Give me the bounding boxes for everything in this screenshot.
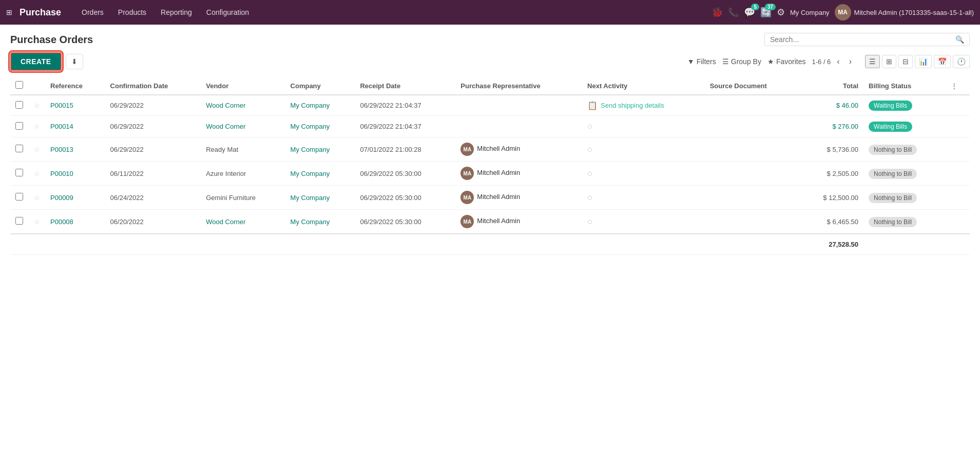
create-button[interactable]: CREATE <box>10 52 62 71</box>
row-ref-5[interactable]: P00008 <box>45 210 105 234</box>
row-vendor-5[interactable]: Wood Corner <box>201 210 285 234</box>
row-company-5[interactable]: My Company <box>285 210 355 234</box>
col-vendor[interactable]: Vendor <box>201 77 285 95</box>
row-total-0: $ 46.00 <box>799 95 863 116</box>
row-company-1[interactable]: My Company <box>285 116 355 137</box>
row-star-1[interactable]: ☆ <box>29 116 45 137</box>
user-menu[interactable]: MA Mitchell Admin (17013335-saas-15-1-al… <box>835 4 974 21</box>
list-view-button[interactable]: ☰ <box>865 55 880 68</box>
filters-button[interactable]: ▼ Filters <box>687 57 716 66</box>
row-activity-0: 📋Send shipping details <box>582 95 705 116</box>
company-name[interactable]: My Company <box>790 9 830 16</box>
row-star-2[interactable]: ☆ <box>29 137 45 162</box>
search-input[interactable] <box>770 35 955 44</box>
row-star-0[interactable]: ☆ <box>29 95 45 116</box>
col-billing-status[interactable]: Billing Status <box>863 77 946 95</box>
col-receipt-date[interactable]: Receipt Date <box>355 77 455 95</box>
rep-avatar-4: MA <box>460 191 474 204</box>
row-conf-date-2: 06/29/2022 <box>105 137 201 162</box>
col-more[interactable]: ⋮ <box>946 77 970 95</box>
table-row: ☆P0001006/11/2022Azure InteriorMy Compan… <box>10 162 970 186</box>
row-checkbox-2[interactable] <box>10 137 29 162</box>
row-star-4[interactable]: ☆ <box>29 186 45 210</box>
activity-circle-1[interactable]: ○ <box>587 121 593 131</box>
row-conf-date-0: 06/29/2022 <box>105 95 201 116</box>
star-icon: ★ <box>767 57 774 66</box>
row-checkbox-5[interactable] <box>10 210 29 234</box>
activity-circle-4[interactable]: ○ <box>587 192 593 203</box>
activity-circle-5[interactable]: ○ <box>587 216 593 227</box>
row-company-2[interactable]: My Company <box>285 137 355 162</box>
select-all-header[interactable] <box>10 77 29 95</box>
nav-reporting[interactable]: Reporting <box>155 5 198 19</box>
nav-configuration[interactable]: Configuration <box>200 5 255 19</box>
table-row: ☆P0000806/20/2022Wood CornerMy Company06… <box>10 210 970 234</box>
table-row: ☆P0001306/29/2022Ready MatMy Company07/0… <box>10 137 970 162</box>
row-star-3[interactable]: ☆ <box>29 162 45 186</box>
row-billing-2: Nothing to Bill <box>863 137 946 162</box>
chat-icon[interactable]: 💬5 <box>744 7 755 18</box>
row-vendor-0[interactable]: Wood Corner <box>201 95 285 116</box>
col-confirmation-date[interactable]: Confirmation Date <box>105 77 201 95</box>
row-checkbox-0[interactable] <box>10 95 29 116</box>
grid-view-button[interactable]: ⊟ <box>898 55 913 68</box>
col-source-doc[interactable]: Source Document <box>705 77 800 95</box>
col-purchase-rep[interactable]: Purchase Representative <box>455 77 582 95</box>
nav-products[interactable]: Products <box>112 5 152 19</box>
col-next-activity[interactable]: Next Activity <box>582 77 705 95</box>
row-ref-2[interactable]: P00013 <box>45 137 105 162</box>
activity-send-0[interactable]: 📋Send shipping details <box>587 101 700 110</box>
row-star-5[interactable]: ☆ <box>29 210 45 234</box>
bug-icon[interactable]: 🐞 <box>712 7 723 18</box>
row-company-0[interactable]: My Company <box>285 95 355 116</box>
settings-icon[interactable]: ⚙ <box>777 7 785 18</box>
col-total[interactable]: Total <box>799 77 863 95</box>
row-company-4[interactable]: My Company <box>285 186 355 210</box>
row-rep-2: MAMitchell Admin <box>455 137 582 162</box>
row-more-4 <box>946 186 970 210</box>
row-billing-4: Nothing to Bill <box>863 186 946 210</box>
nav-orders[interactable]: Orders <box>75 5 110 19</box>
group-by-button[interactable]: ☰ Group By <box>722 57 761 66</box>
row-checkbox-4[interactable] <box>10 186 29 210</box>
row-company-3[interactable]: My Company <box>285 162 355 186</box>
row-ref-4[interactable]: P00009 <box>45 186 105 210</box>
row-checkbox-3[interactable] <box>10 162 29 186</box>
phone-icon[interactable]: 📞 <box>728 7 739 18</box>
row-source-2 <box>705 137 800 162</box>
col-reference[interactable]: Reference <box>45 77 105 95</box>
favorites-button[interactable]: ★ Favorites <box>767 57 806 66</box>
row-vendor-1[interactable]: Wood Corner <box>201 116 285 137</box>
download-button[interactable]: ⬇ <box>66 54 83 69</box>
graph-view-button[interactable]: 📊 <box>915 55 932 68</box>
row-rep-0 <box>455 95 582 116</box>
clock-view-button[interactable]: 🕐 <box>953 55 970 68</box>
col-company[interactable]: Company <box>285 77 355 95</box>
refresh-icon[interactable]: 🔄37 <box>760 7 772 18</box>
row-vendor-4[interactable]: Gemini Furniture <box>201 186 285 210</box>
row-ref-3[interactable]: P00010 <box>45 162 105 186</box>
kanban-view-button[interactable]: ⊞ <box>882 55 896 68</box>
select-all-checkbox[interactable] <box>15 81 23 89</box>
row-source-1 <box>705 116 800 137</box>
row-ref-0[interactable]: P00015 <box>45 95 105 116</box>
activity-circle-3[interactable]: ○ <box>587 168 593 178</box>
top-navigation: ⊞ Purchase Orders Products Reporting Con… <box>0 0 980 25</box>
grid-icon[interactable]: ⊞ <box>6 8 12 16</box>
row-billing-5: Nothing to Bill <box>863 210 946 234</box>
calendar-view-button[interactable]: 📅 <box>934 55 951 68</box>
pagination: 1-6 / 6 ‹ › <box>812 56 855 67</box>
next-page-button[interactable]: › <box>846 56 855 67</box>
table-header-row: Reference Confirmation Date Vendor Compa… <box>10 77 970 95</box>
row-vendor-3[interactable]: Azure Interior <box>201 162 285 186</box>
row-ref-1[interactable]: P00014 <box>45 116 105 137</box>
search-icon[interactable]: 🔍 <box>955 35 964 44</box>
activity-circle-2[interactable]: ○ <box>587 144 593 154</box>
refresh-badge: 37 <box>765 4 776 10</box>
row-source-4 <box>705 186 800 210</box>
row-vendor-2[interactable]: Ready Mat <box>201 137 285 162</box>
row-total-4: $ 12,500.00 <box>799 186 863 210</box>
app-name[interactable]: Purchase <box>20 7 61 18</box>
prev-page-button[interactable]: ‹ <box>834 56 842 67</box>
row-checkbox-1[interactable] <box>10 116 29 137</box>
